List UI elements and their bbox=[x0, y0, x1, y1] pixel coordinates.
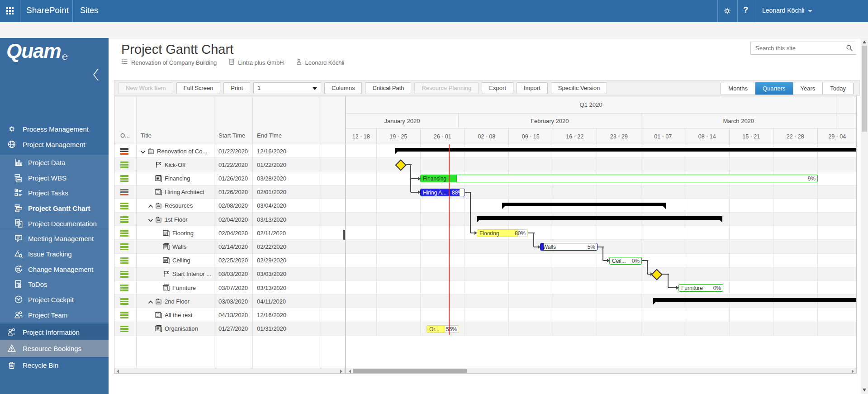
table-row[interactable]: All the rest04/13/202012/16/2020 bbox=[114, 308, 345, 322]
search-input[interactable] bbox=[754, 43, 844, 54]
table-row[interactable]: 2nd Floor03/03/202004/11/2020 bbox=[114, 294, 345, 308]
gantt-bar-hiring-a[interactable]: Hiring A...88% bbox=[420, 189, 465, 196]
sidebar-item-project-information[interactable]: Project Information bbox=[0, 324, 109, 340]
table-row[interactable]: Furniture03/07/202003/13/2020 bbox=[114, 281, 345, 294]
user-menu[interactable]: Leonard Köchli bbox=[762, 7, 804, 14]
view-months-button[interactable]: Months bbox=[721, 82, 755, 95]
table-h-scrollbar[interactable] bbox=[114, 368, 345, 373]
meta-lintra-plus-gmbh: Lintra plus GmbH bbox=[228, 58, 284, 66]
export-button[interactable]: Export bbox=[482, 82, 513, 94]
status-icon bbox=[120, 189, 128, 196]
sidebar-item-project-management[interactable]: Project Management bbox=[0, 137, 109, 152]
gantt-summary-bar-1st-floor[interactable] bbox=[477, 216, 722, 220]
timeline-week: 01 - 07 bbox=[641, 128, 685, 144]
sidebar-item-issue-tracking[interactable]: Issue Tracking bbox=[0, 246, 109, 261]
table-row[interactable]: Walls02/14/202002/22/2020 bbox=[114, 240, 345, 253]
gantt-bar-flooring[interactable]: Flooring80% bbox=[477, 229, 528, 237]
view-quarters-button[interactable]: Quarters bbox=[755, 82, 793, 95]
scrollbar-thumb[interactable] bbox=[862, 46, 867, 132]
gantt-summary-bar-resources[interactable] bbox=[502, 203, 666, 206]
table-row[interactable]: Resources02/08/202003/04/2020 bbox=[114, 199, 345, 213]
sidebar-item-project-team[interactable]: Project Team bbox=[0, 307, 109, 323]
table-row[interactable]: Organisation01/27/202001/31/2020 bbox=[114, 322, 345, 336]
gantt-bar-or[interactable]: Or...56% bbox=[427, 325, 459, 333]
table-row[interactable]: Renovation of Co...01/22/202012/16/2020 bbox=[114, 144, 345, 158]
column-header-start-time[interactable]: Start Time bbox=[218, 132, 245, 139]
gantt-bar-ceil[interactable]: Ceil...0% bbox=[609, 257, 642, 265]
settings-gear-icon[interactable] bbox=[723, 6, 732, 15]
search-box bbox=[750, 42, 856, 55]
help-button[interactable]: ? bbox=[743, 5, 748, 15]
sidebar-item-label: Issue Tracking bbox=[28, 250, 72, 258]
specific-version-button[interactable]: Specific Version bbox=[551, 82, 607, 94]
chevron-up-icon[interactable] bbox=[148, 299, 153, 304]
column-header-end-time[interactable]: End Time bbox=[257, 132, 282, 139]
gantt-row bbox=[346, 267, 857, 281]
sidebar-item-recycle-bin[interactable]: Recycle Bin bbox=[0, 357, 109, 373]
table-row[interactable]: Ceiling02/25/202002/29/2020 bbox=[114, 254, 345, 267]
meta-text: Leonard Köchli bbox=[305, 59, 345, 66]
full-screen-button[interactable]: Full Screen bbox=[176, 82, 221, 94]
chevron-down-icon[interactable] bbox=[148, 217, 153, 222]
view-today-button[interactable]: Today bbox=[823, 82, 853, 95]
project-information-icon bbox=[7, 327, 17, 337]
column-header-title[interactable]: Title bbox=[141, 132, 152, 139]
critical-path-button[interactable]: Critical Path bbox=[365, 82, 411, 94]
table-row[interactable]: 1st Floor02/04/202003/13/2020 bbox=[114, 213, 345, 226]
chevron-up-icon[interactable] bbox=[148, 203, 153, 208]
gantt-bar-walls[interactable]: Walls5% bbox=[540, 243, 598, 251]
scrollbar-thumb[interactable] bbox=[353, 369, 467, 373]
sidebar-collapse-icon[interactable] bbox=[90, 66, 102, 83]
gantt-summary-bar-renovation-of-company-building[interactable] bbox=[395, 148, 857, 152]
task-title: Renovation of Co... bbox=[157, 147, 207, 154]
sidebar-item-label: Recycle Bin bbox=[23, 361, 58, 369]
sites-link[interactable]: Sites bbox=[80, 6, 98, 15]
table-row[interactable]: Start Interior ...03/03/202003/03/2020 bbox=[114, 267, 345, 281]
sidebar-item-project-documentation[interactable]: Project Documentation bbox=[0, 216, 109, 231]
page-select[interactable]: 1 bbox=[253, 82, 321, 94]
gantt-bar-furniture[interactable]: Furniture0% bbox=[678, 284, 723, 292]
sharepoint-brand[interactable]: SharePoint bbox=[26, 5, 69, 15]
sidebar-item-meeting-management[interactable]: Meeting Management bbox=[0, 231, 109, 247]
gantt-h-scrollbar[interactable] bbox=[346, 368, 856, 373]
gantt-bar-financing[interactable]: Financing9% bbox=[420, 175, 818, 182]
table-row[interactable]: Hiring Architect01/26/202002/01/2020 bbox=[114, 185, 345, 199]
sidebar-item-project-tasks[interactable]: Project Tasks bbox=[0, 185, 109, 200]
column-header-o[interactable]: O... bbox=[120, 132, 130, 139]
table-row[interactable]: Kick-Off01/22/202001/22/2020 bbox=[114, 158, 345, 171]
sidebar-item-change-management[interactable]: Change Management bbox=[0, 261, 109, 277]
scroll-left-icon[interactable] bbox=[349, 370, 351, 373]
scroll-up-icon[interactable] bbox=[863, 41, 866, 43]
sidebar-item-project-wbs[interactable]: Project WBS bbox=[0, 170, 109, 185]
gantt-summary-bar-2nd-floor[interactable] bbox=[653, 298, 857, 302]
scroll-right-icon[interactable] bbox=[340, 370, 342, 373]
gantt-row bbox=[346, 158, 857, 171]
summary-icon bbox=[155, 202, 162, 209]
sidebar-item-process-management[interactable]: Process Management bbox=[0, 121, 109, 137]
gantt-row bbox=[346, 226, 857, 240]
dependency-line bbox=[470, 192, 471, 233]
sidebar-item-todos[interactable]: ToDos bbox=[0, 277, 109, 292]
app-launcher-icon[interactable] bbox=[6, 7, 14, 14]
scroll-down-icon[interactable] bbox=[863, 389, 866, 391]
sidebar-item-project-gantt-chart[interactable]: Project Gantt Chart bbox=[0, 200, 109, 216]
scroll-right-icon[interactable] bbox=[852, 370, 854, 373]
columns-button[interactable]: Columns bbox=[324, 82, 362, 94]
view-years-button[interactable]: Years bbox=[793, 82, 823, 95]
sidebar-item-project-data[interactable]: Project Data bbox=[0, 155, 109, 170]
sidebar-item-resource-bookings[interactable]: Resource Bookings bbox=[0, 340, 109, 357]
start-time: 04/13/2020 bbox=[218, 311, 248, 318]
page-meta: Renovation of Company BuildingLintra plu… bbox=[121, 58, 344, 66]
bar-label: Furniture bbox=[681, 285, 703, 292]
splitter-handle[interactable] bbox=[343, 230, 345, 240]
page-v-scrollbar[interactable] bbox=[861, 38, 868, 394]
table-row[interactable]: Flooring02/04/202002/11/2020 bbox=[114, 226, 345, 240]
chevron-down-icon[interactable] bbox=[140, 148, 146, 154]
print-button[interactable]: Print bbox=[223, 82, 250, 94]
search-icon[interactable] bbox=[846, 44, 853, 52]
scroll-left-icon[interactable] bbox=[117, 370, 119, 373]
import-button[interactable]: Import bbox=[517, 82, 548, 94]
user-menu-caret-icon[interactable] bbox=[808, 10, 812, 12]
table-row[interactable]: Financing01/26/202003/28/2020 bbox=[114, 171, 345, 185]
sidebar-item-project-cockpit[interactable]: Project Cockpit bbox=[0, 292, 109, 307]
